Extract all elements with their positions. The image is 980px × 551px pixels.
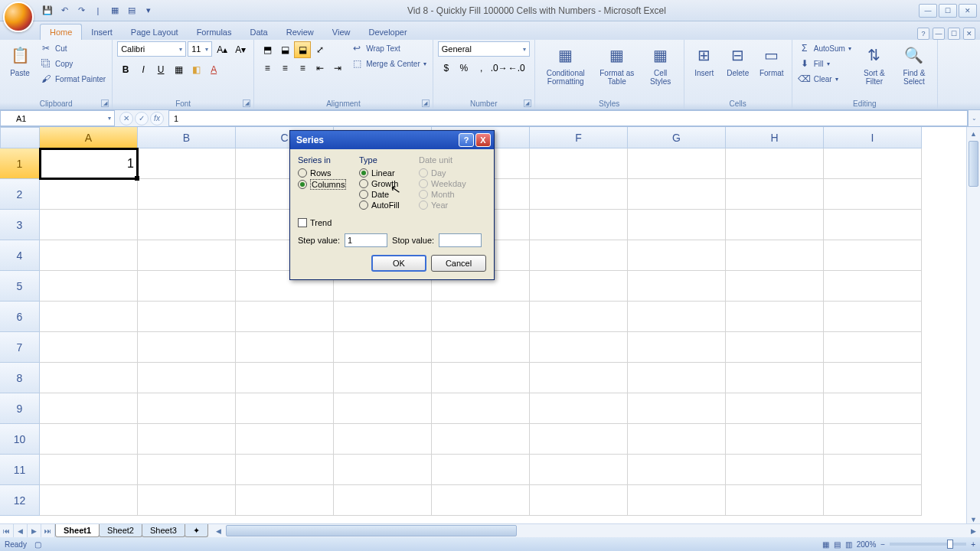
radio-growth[interactable]: Growth	[359, 178, 413, 189]
cell[interactable]	[40, 302, 138, 332]
row-header-6[interactable]: 6	[0, 302, 40, 332]
cell[interactable]	[432, 424, 530, 455]
cell[interactable]	[40, 363, 138, 393]
row-header-3[interactable]: 3	[0, 210, 40, 240]
align-top-button[interactable]: ⬒	[259, 41, 276, 58]
name-box[interactable]: A1▾	[0, 110, 115, 126]
currency-button[interactable]: $	[438, 60, 455, 77]
cell[interactable]	[726, 271, 824, 302]
col-header-a[interactable]: A	[40, 127, 138, 148]
cell[interactable]	[138, 393, 236, 424]
view-layout-icon[interactable]: ▤	[834, 540, 841, 549]
tab-home[interactable]: Home	[40, 24, 82, 40]
cell[interactable]	[824, 148, 922, 179]
fill-button[interactable]: ⬇Fill▾	[797, 57, 853, 70]
cell[interactable]	[726, 302, 824, 332]
cell[interactable]	[824, 240, 922, 271]
orientation-button[interactable]: ⤢	[312, 41, 328, 58]
cell[interactable]	[726, 240, 824, 271]
scroll-right-icon[interactable]: ▶	[966, 524, 980, 537]
cell[interactable]	[726, 485, 824, 516]
format-painter-button[interactable]: 🖌Format Painter	[38, 72, 107, 86]
cell[interactable]	[432, 363, 530, 393]
fill-color-button[interactable]: ◧	[188, 61, 204, 78]
ok-button[interactable]: OK	[371, 255, 426, 272]
cell[interactable]	[628, 424, 726, 455]
dialog-titlebar[interactable]: Series ? X	[290, 131, 494, 149]
cell[interactable]	[236, 485, 334, 516]
align-left-button[interactable]: ≡	[259, 60, 276, 77]
font-color-button[interactable]: A	[205, 61, 222, 78]
cell[interactable]	[334, 485, 432, 516]
paste-button[interactable]: 📋 Paste	[5, 41, 35, 79]
cell[interactable]	[726, 393, 824, 424]
cell[interactable]	[628, 332, 726, 363]
increase-indent-button[interactable]: ⇥	[329, 60, 346, 77]
minimize-button[interactable]: —	[919, 4, 937, 18]
sheet-tab-3[interactable]: Sheet3	[142, 524, 185, 537]
cell[interactable]	[824, 271, 922, 302]
view-normal-icon[interactable]: ▦	[822, 540, 829, 549]
decrease-indent-button[interactable]: ⇤	[312, 60, 328, 77]
clipboard-launcher[interactable]: ◢	[101, 99, 109, 107]
expand-formula-bar[interactable]: ⌄	[968, 110, 980, 126]
shrink-font-button[interactable]: A▾	[232, 41, 249, 58]
trend-checkbox[interactable]: Trend	[298, 218, 486, 227]
cell[interactable]	[334, 393, 432, 424]
cell[interactable]	[138, 148, 236, 179]
cell[interactable]	[40, 485, 138, 516]
cell[interactable]	[334, 302, 432, 332]
cell[interactable]	[40, 332, 138, 363]
cell[interactable]	[726, 363, 824, 393]
cell[interactable]	[40, 210, 138, 240]
qat-custom-2-icon[interactable]: ▤	[126, 5, 138, 17]
cell[interactable]	[138, 302, 236, 332]
undo-icon[interactable]: ↶	[58, 5, 70, 17]
cell-styles-button[interactable]: ▦Cell Styles	[642, 41, 679, 87]
merge-center-button[interactable]: ⬚Merge & Center▾	[349, 57, 428, 70]
radio-linear[interactable]: Linear	[359, 168, 413, 178]
cell[interactable]	[628, 179, 726, 210]
cell[interactable]	[40, 424, 138, 455]
cell[interactable]	[628, 455, 726, 485]
cell[interactable]	[628, 485, 726, 516]
font-size-combo[interactable]: 11▾	[188, 41, 212, 57]
cell[interactable]	[824, 393, 922, 424]
cell[interactable]	[236, 455, 334, 485]
col-header-g[interactable]: G	[628, 127, 726, 148]
vscroll-thumb[interactable]	[969, 141, 978, 187]
formula-input[interactable]: 1	[168, 110, 968, 126]
col-header-h[interactable]: H	[726, 127, 824, 148]
sheet-tab-1[interactable]: Sheet1	[55, 524, 100, 537]
cell[interactable]	[334, 424, 432, 455]
hscroll-thumb[interactable]	[226, 525, 517, 536]
comma-button[interactable]: ,	[473, 60, 490, 77]
cell[interactable]	[334, 455, 432, 485]
sheet-tab-2[interactable]: Sheet2	[99, 524, 142, 537]
horizontal-scrollbar[interactable]: ◀ ▶	[212, 524, 980, 537]
cell[interactable]	[236, 302, 334, 332]
font-name-combo[interactable]: Calibri▾	[117, 41, 186, 57]
cell[interactable]	[628, 240, 726, 271]
cell[interactable]	[628, 148, 726, 179]
row-header-5[interactable]: 5	[0, 271, 40, 302]
cell[interactable]	[530, 455, 628, 485]
cell[interactable]	[530, 485, 628, 516]
cell[interactable]	[236, 332, 334, 363]
macro-record-icon[interactable]: ▢	[34, 540, 41, 549]
underline-button[interactable]: U	[152, 61, 169, 78]
cell[interactable]	[530, 271, 628, 302]
bold-button[interactable]: B	[117, 61, 134, 78]
step-value-input[interactable]	[345, 233, 387, 247]
cell[interactable]	[40, 393, 138, 424]
cancel-button[interactable]: Cancel	[431, 255, 486, 272]
dialog-help-button[interactable]: ?	[459, 133, 474, 147]
vertical-scrollbar[interactable]: ▲ ▼	[966, 127, 980, 527]
cell[interactable]	[530, 210, 628, 240]
cell[interactable]	[530, 393, 628, 424]
increase-decimal-button[interactable]: .0→	[491, 60, 508, 77]
cancel-formula-icon[interactable]: ✕	[119, 112, 133, 126]
cell[interactable]	[824, 455, 922, 485]
enter-formula-icon[interactable]: ✓	[135, 112, 149, 126]
clear-button[interactable]: ⌫Clear▾	[797, 72, 853, 86]
